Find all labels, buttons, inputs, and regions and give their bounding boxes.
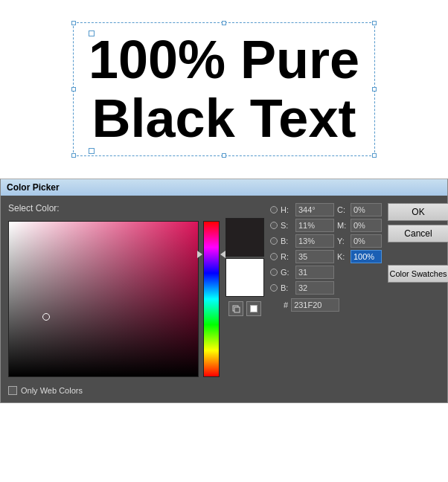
gradient-bg	[9, 222, 198, 376]
only-web-colors-checkbox[interactable]	[8, 386, 17, 395]
hue-slider[interactable]	[203, 221, 220, 377]
input-hex[interactable]	[291, 298, 339, 312]
value-row-S: S: M:	[270, 219, 382, 232]
hex-row: #	[270, 298, 382, 312]
left-panel: Select Color: Only Web Colors	[8, 203, 220, 395]
input-B-rgb[interactable]	[295, 281, 334, 295]
value-row-H: H: C:	[270, 203, 382, 216]
label-K: K:	[337, 252, 348, 261]
label-B-hsb: B:	[281, 237, 292, 245]
preview-icon-copy[interactable]	[228, 301, 243, 316]
select-color-label: Select Color:	[8, 203, 220, 213]
label-H: H:	[281, 205, 292, 214]
color-preview-new	[225, 218, 264, 257]
color-preview-area	[225, 203, 264, 316]
text-selection-box: 100% Pure Black Text	[73, 22, 375, 156]
label-C: C:	[337, 205, 348, 214]
radio-S[interactable]	[270, 222, 278, 229]
handle-br[interactable]	[372, 153, 377, 158]
dialog-title-bar: Color Picker	[1, 179, 447, 196]
preview-icons	[228, 301, 261, 316]
values-panel: H: C: S: M: B: Y:	[270, 203, 382, 312]
dialog-body: Select Color: Only Web Colors	[1, 196, 447, 402]
input-C[interactable]	[351, 203, 382, 216]
label-G: G:	[281, 268, 292, 277]
label-M: M:	[337, 221, 348, 230]
svg-rect-1	[234, 307, 240, 312]
radio-B-hsb[interactable]	[270, 237, 278, 245]
hue-slider-container	[203, 221, 220, 377]
color-picker-dialog: Color Picker Select Color:	[0, 179, 448, 403]
hash-label: #	[284, 301, 288, 309]
label-R: R:	[281, 252, 292, 261]
input-Y[interactable]	[351, 234, 382, 248]
handle-bc[interactable]	[222, 153, 226, 158]
input-G[interactable]	[295, 266, 334, 279]
radio-H[interactable]	[270, 206, 278, 213]
label-S: S:	[281, 221, 292, 230]
handle-bl[interactable]	[71, 153, 76, 158]
input-H[interactable]	[295, 203, 334, 216]
hue-arrow-left	[197, 251, 202, 258]
value-row-B-rgb: B:	[270, 281, 382, 295]
input-M[interactable]	[351, 219, 382, 232]
radio-B-rgb[interactable]	[270, 284, 278, 292]
handle-ml[interactable]	[71, 87, 76, 91]
canvas-area: 100% Pure Black Text	[0, 0, 448, 179]
color-gradient[interactable]	[8, 221, 199, 377]
handle-tl[interactable]	[71, 21, 76, 25]
handle-mr[interactable]	[372, 87, 377, 91]
input-K[interactable]	[351, 250, 382, 263]
color-preview-old	[225, 258, 264, 297]
label-B-rgb: B:	[281, 283, 292, 292]
input-R[interactable]	[295, 250, 334, 263]
value-row-R: R: K:	[270, 250, 382, 263]
handle-tr[interactable]	[372, 21, 377, 25]
radio-R[interactable]	[270, 253, 278, 260]
preview-icon-white[interactable]	[246, 301, 261, 316]
ok-button[interactable]: OK	[388, 203, 448, 221]
input-S[interactable]	[295, 219, 334, 232]
color-circle-indicator	[42, 313, 50, 321]
value-row-B-hsb: B: Y:	[270, 234, 382, 248]
copy-icon	[231, 304, 240, 313]
white-square-icon	[250, 305, 257, 312]
buttons-column: OK Cancel Color Swatches	[388, 203, 448, 283]
handle-tc[interactable]	[222, 21, 226, 25]
canvas-text: 100% Pure Black Text	[89, 30, 359, 148]
canvas-text-line1: 100% Pure	[89, 30, 359, 89]
only-web-colors-label: Only Web Colors	[21, 386, 83, 395]
label-Y: Y:	[337, 237, 348, 245]
dialog-title: Color Picker	[7, 182, 60, 193]
canvas-text-line2: Black Text	[92, 89, 356, 148]
hue-arrow-right	[220, 251, 225, 258]
value-row-G: G:	[270, 266, 382, 279]
input-B-hsb[interactable]	[295, 234, 334, 248]
radio-G[interactable]	[270, 269, 278, 276]
cancel-button[interactable]: Cancel	[388, 225, 448, 242]
color-swatches-button[interactable]: Color Swatches	[388, 265, 448, 283]
only-web-colors-row: Only Web Colors	[8, 386, 220, 395]
